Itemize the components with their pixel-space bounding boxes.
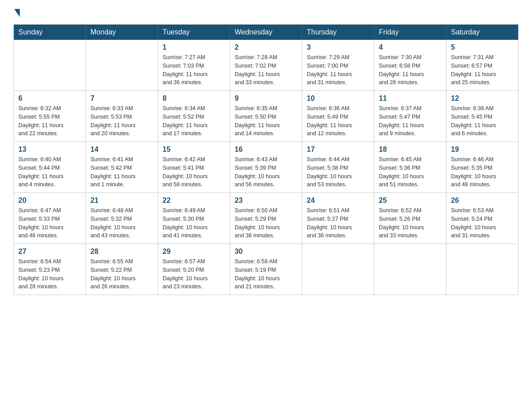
day-info: Sunrise: 6:51 AM Sunset: 5:27 PM Dayligh…	[307, 206, 369, 240]
calendar-cell: 16Sunrise: 6:43 AM Sunset: 5:39 PM Dayli…	[230, 142, 302, 193]
day-number: 8	[163, 94, 225, 103]
calendar-week-row: 27Sunrise: 6:54 AM Sunset: 5:23 PM Dayli…	[14, 244, 519, 295]
day-info: Sunrise: 6:46 AM Sunset: 5:35 PM Dayligh…	[451, 155, 514, 189]
day-number: 10	[307, 94, 369, 103]
day-number: 11	[379, 94, 442, 103]
calendar-cell: 4Sunrise: 7:30 AM Sunset: 6:58 PM Daylig…	[374, 40, 446, 91]
calendar-cell: 19Sunrise: 6:46 AM Sunset: 5:35 PM Dayli…	[446, 142, 519, 193]
calendar-cell	[86, 40, 158, 91]
calendar-cell: 14Sunrise: 6:41 AM Sunset: 5:42 PM Dayli…	[86, 142, 158, 193]
day-number: 21	[90, 197, 153, 205]
calendar-cell: 3Sunrise: 7:29 AM Sunset: 7:00 PM Daylig…	[302, 40, 374, 91]
day-number: 22	[163, 197, 225, 205]
day-info: Sunrise: 6:48 AM Sunset: 5:32 PM Dayligh…	[90, 206, 153, 240]
col-sunday: Sunday	[14, 25, 86, 40]
day-info: Sunrise: 6:41 AM Sunset: 5:42 PM Dayligh…	[90, 155, 153, 189]
day-info: Sunrise: 6:50 AM Sunset: 5:29 PM Dayligh…	[235, 206, 297, 240]
day-info: Sunrise: 6:35 AM Sunset: 5:50 PM Dayligh…	[235, 104, 297, 138]
col-saturday: Saturday	[446, 25, 519, 40]
calendar-week-row: 13Sunrise: 6:40 AM Sunset: 5:44 PM Dayli…	[14, 142, 519, 193]
day-info: Sunrise: 6:49 AM Sunset: 5:30 PM Dayligh…	[163, 206, 225, 240]
col-monday: Monday	[86, 25, 158, 40]
day-info: Sunrise: 7:30 AM Sunset: 6:58 PM Dayligh…	[379, 53, 442, 87]
col-thursday: Thursday	[302, 25, 374, 40]
page-header	[13, 9, 519, 17]
calendar-table: Sunday Monday Tuesday Wednesday Thursday…	[13, 24, 519, 295]
day-info: Sunrise: 6:36 AM Sunset: 5:49 PM Dayligh…	[307, 104, 369, 138]
calendar-cell	[14, 40, 86, 91]
calendar-cell: 27Sunrise: 6:54 AM Sunset: 5:23 PM Dayli…	[14, 244, 86, 295]
calendar-cell: 25Sunrise: 6:52 AM Sunset: 5:26 PM Dayli…	[374, 193, 446, 244]
calendar-cell: 18Sunrise: 6:45 AM Sunset: 5:36 PM Dayli…	[374, 142, 446, 193]
day-info: Sunrise: 6:32 AM Sunset: 5:55 PM Dayligh…	[18, 104, 81, 138]
calendar-cell: 7Sunrise: 6:33 AM Sunset: 5:53 PM Daylig…	[86, 91, 158, 142]
calendar-week-row: 20Sunrise: 6:47 AM Sunset: 5:33 PM Dayli…	[14, 193, 519, 244]
calendar-cell: 21Sunrise: 6:48 AM Sunset: 5:32 PM Dayli…	[86, 193, 158, 244]
calendar-cell: 23Sunrise: 6:50 AM Sunset: 5:29 PM Dayli…	[230, 193, 302, 244]
day-info: Sunrise: 6:33 AM Sunset: 5:53 PM Dayligh…	[90, 104, 153, 138]
logo-arrow-icon	[14, 9, 20, 17]
day-info: Sunrise: 6:52 AM Sunset: 5:26 PM Dayligh…	[379, 206, 442, 240]
day-info: Sunrise: 6:38 AM Sunset: 5:45 PM Dayligh…	[451, 104, 514, 138]
day-number: 3	[307, 43, 369, 51]
day-info: Sunrise: 6:47 AM Sunset: 5:33 PM Dayligh…	[18, 206, 81, 240]
day-number: 19	[451, 146, 514, 154]
calendar-cell	[302, 244, 374, 295]
calendar-cell: 26Sunrise: 6:53 AM Sunset: 5:24 PM Dayli…	[446, 193, 519, 244]
calendar-cell: 29Sunrise: 6:57 AM Sunset: 5:20 PM Dayli…	[158, 244, 230, 295]
day-number: 20	[18, 197, 81, 205]
day-number: 28	[90, 248, 153, 256]
calendar-cell: 22Sunrise: 6:49 AM Sunset: 5:30 PM Dayli…	[158, 193, 230, 244]
calendar-cell: 15Sunrise: 6:42 AM Sunset: 5:41 PM Dayli…	[158, 142, 230, 193]
calendar-cell: 5Sunrise: 7:31 AM Sunset: 6:57 PM Daylig…	[446, 40, 519, 91]
col-tuesday: Tuesday	[158, 25, 230, 40]
calendar-week-row: 6Sunrise: 6:32 AM Sunset: 5:55 PM Daylig…	[14, 91, 519, 142]
calendar-cell: 2Sunrise: 7:28 AM Sunset: 7:02 PM Daylig…	[230, 40, 302, 91]
day-info: Sunrise: 7:27 AM Sunset: 7:03 PM Dayligh…	[163, 53, 225, 87]
day-number: 25	[379, 197, 442, 205]
calendar-cell: 13Sunrise: 6:40 AM Sunset: 5:44 PM Dayli…	[14, 142, 86, 193]
day-number: 24	[307, 197, 369, 205]
day-info: Sunrise: 6:55 AM Sunset: 5:22 PM Dayligh…	[90, 257, 153, 291]
day-number: 23	[235, 197, 297, 205]
calendar-cell: 6Sunrise: 6:32 AM Sunset: 5:55 PM Daylig…	[14, 91, 86, 142]
day-info: Sunrise: 6:43 AM Sunset: 5:39 PM Dayligh…	[235, 155, 297, 189]
day-number: 7	[90, 94, 153, 103]
day-number: 16	[235, 146, 297, 154]
day-info: Sunrise: 6:58 AM Sunset: 5:19 PM Dayligh…	[235, 257, 297, 291]
day-info: Sunrise: 6:44 AM Sunset: 5:38 PM Dayligh…	[307, 155, 369, 189]
logo	[13, 9, 21, 17]
day-number: 9	[235, 94, 297, 103]
calendar-cell: 1Sunrise: 7:27 AM Sunset: 7:03 PM Daylig…	[158, 40, 230, 91]
calendar-header-row: Sunday Monday Tuesday Wednesday Thursday…	[14, 25, 519, 40]
calendar-week-row: 1Sunrise: 7:27 AM Sunset: 7:03 PM Daylig…	[14, 40, 519, 91]
calendar-cell: 24Sunrise: 6:51 AM Sunset: 5:27 PM Dayli…	[302, 193, 374, 244]
day-info: Sunrise: 7:29 AM Sunset: 7:00 PM Dayligh…	[307, 53, 369, 87]
day-info: Sunrise: 6:42 AM Sunset: 5:41 PM Dayligh…	[163, 155, 225, 189]
day-info: Sunrise: 7:31 AM Sunset: 6:57 PM Dayligh…	[451, 53, 514, 87]
day-number: 29	[163, 248, 225, 256]
day-number: 1	[163, 43, 225, 51]
day-number: 5	[451, 43, 514, 51]
calendar-cell: 10Sunrise: 6:36 AM Sunset: 5:49 PM Dayli…	[302, 91, 374, 142]
day-info: Sunrise: 6:57 AM Sunset: 5:20 PM Dayligh…	[163, 257, 225, 291]
calendar-cell: 9Sunrise: 6:35 AM Sunset: 5:50 PM Daylig…	[230, 91, 302, 142]
calendar-cell: 17Sunrise: 6:44 AM Sunset: 5:38 PM Dayli…	[302, 142, 374, 193]
calendar-cell: 8Sunrise: 6:34 AM Sunset: 5:52 PM Daylig…	[158, 91, 230, 142]
day-number: 2	[235, 43, 297, 51]
day-info: Sunrise: 6:40 AM Sunset: 5:44 PM Dayligh…	[18, 155, 81, 189]
calendar-cell: 20Sunrise: 6:47 AM Sunset: 5:33 PM Dayli…	[14, 193, 86, 244]
calendar-cell: 12Sunrise: 6:38 AM Sunset: 5:45 PM Dayli…	[446, 91, 519, 142]
calendar-cell: 28Sunrise: 6:55 AM Sunset: 5:22 PM Dayli…	[86, 244, 158, 295]
day-info: Sunrise: 7:28 AM Sunset: 7:02 PM Dayligh…	[235, 53, 297, 87]
calendar-cell	[374, 244, 446, 295]
day-number: 6	[18, 94, 81, 103]
col-wednesday: Wednesday	[230, 25, 302, 40]
calendar-cell: 11Sunrise: 6:37 AM Sunset: 5:47 PM Dayli…	[374, 91, 446, 142]
day-info: Sunrise: 6:34 AM Sunset: 5:52 PM Dayligh…	[163, 104, 225, 138]
day-number: 30	[235, 248, 297, 256]
day-number: 12	[451, 94, 514, 103]
day-number: 14	[90, 146, 153, 154]
day-number: 15	[163, 146, 225, 154]
calendar-cell: 30Sunrise: 6:58 AM Sunset: 5:19 PM Dayli…	[230, 244, 302, 295]
